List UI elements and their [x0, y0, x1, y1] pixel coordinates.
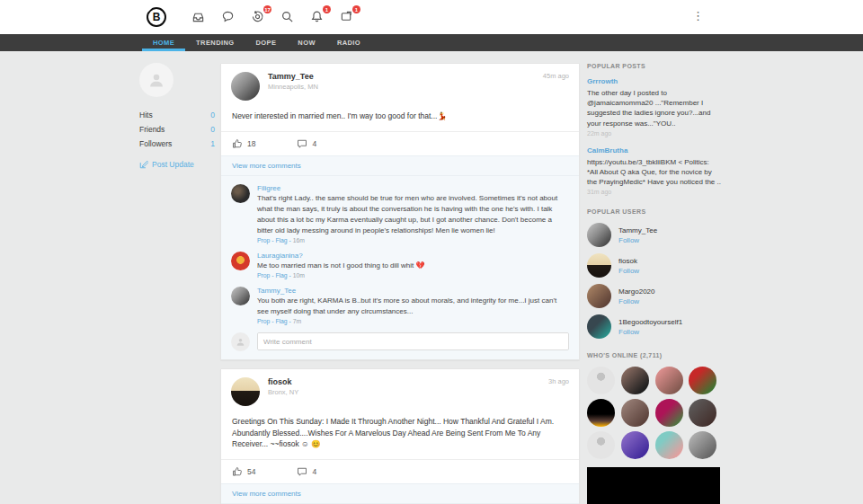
popular-post: CalmBrutha https://youtu.be/3_tbkliiBKM …: [587, 146, 722, 196]
popular-user-row: Tammy_Tee Follow: [587, 223, 722, 247]
thumbs-up-icon: [232, 466, 243, 477]
comment-button[interactable]: 4: [297, 138, 316, 149]
my-avatar[interactable]: [139, 63, 173, 97]
comment-avatar[interactable]: [231, 184, 250, 203]
comment-avatar[interactable]: [231, 287, 250, 305]
online-user-avatar[interactable]: [689, 399, 716, 427]
comment-avatar[interactable]: [231, 252, 250, 270]
props-icon[interactable]: 17: [251, 10, 265, 24]
tab-dope[interactable]: DOPE: [245, 34, 287, 51]
comment: Filigree That's right Lady.. the same sh…: [231, 184, 569, 243]
stat-hits[interactable]: Hits 0: [139, 108, 215, 122]
online-user-avatar[interactable]: [655, 399, 683, 427]
post-author-block: fiosok Bronx, NY: [268, 377, 548, 396]
popular-user-avatar[interactable]: [587, 314, 611, 339]
comment-action-links[interactable]: Prop - Flag -: [257, 272, 291, 279]
popular-user-avatar[interactable]: [587, 253, 611, 278]
ad-banner[interactable]: [587, 467, 720, 504]
comment-author[interactable]: Filigree: [257, 184, 569, 192]
stat-friends[interactable]: Friends 0: [139, 122, 215, 137]
online-user-avatar[interactable]: [621, 431, 649, 459]
popular-user-avatar[interactable]: [587, 284, 611, 308]
popular-posts-title: POPULAR POSTS: [587, 63, 722, 69]
search-icon[interactable]: [280, 10, 295, 24]
popular-post-author[interactable]: CalmBrutha: [587, 146, 722, 155]
stat-value: 0: [210, 111, 215, 119]
online-user-avatar[interactable]: [655, 431, 683, 459]
popular-post-author[interactable]: Grrrowth: [587, 77, 722, 85]
stat-followers[interactable]: Followers 1: [139, 137, 215, 151]
like-button[interactable]: 54: [232, 466, 255, 477]
whos-online-title: WHO'S ONLINE (2,711): [587, 352, 722, 358]
my-comment-avatar: [231, 332, 250, 351]
follow-link[interactable]: Follow: [618, 267, 639, 275]
like-button[interactable]: 18: [232, 138, 255, 149]
popular-user-name[interactable]: fiosok: [618, 257, 639, 265]
view-more-comments-link[interactable]: View more comments: [221, 483, 579, 503]
top-bar: B 17: [0, 0, 863, 34]
overflow-menu-icon[interactable]: ⋮: [692, 10, 704, 22]
comment-author[interactable]: Lauragianina?: [257, 252, 569, 260]
props-badge: 17: [263, 5, 271, 13]
post-author-location: Bronx, NY: [268, 388, 548, 396]
tab-radio[interactable]: RADIO: [326, 34, 371, 51]
site-logo[interactable]: B: [147, 7, 166, 27]
post-author-location: Minneapolis, MN: [268, 83, 543, 91]
comment-button[interactable]: 4: [297, 466, 316, 477]
online-user-avatar[interactable]: [587, 367, 615, 394]
online-user-avatar[interactable]: [621, 399, 649, 427]
popular-user-row: Margo2020 Follow: [587, 284, 722, 308]
online-user-avatar[interactable]: [655, 367, 683, 394]
online-user-avatar[interactable]: [621, 367, 649, 394]
online-user-avatar[interactable]: [689, 431, 716, 459]
write-comment-input[interactable]: [257, 332, 569, 350]
tab-now[interactable]: NOW: [287, 34, 326, 51]
post-author-name[interactable]: fiosok: [268, 377, 548, 386]
inbox-icon[interactable]: [191, 10, 206, 24]
popular-post-text[interactable]: https://youtu.be/3_tbkliiBKM < Politics:…: [587, 157, 722, 188]
comment-action-links[interactable]: Prop - Flag -: [257, 318, 291, 324]
comments-section: Filigree That's right Lady.. the same sh…: [221, 175, 579, 359]
stat-value: 0: [210, 125, 215, 134]
online-user-avatar[interactable]: [587, 431, 615, 459]
like-count: 18: [247, 139, 255, 148]
view-more-comments-link[interactable]: View more comments: [221, 155, 579, 175]
post-author-avatar[interactable]: [231, 377, 260, 406]
post-author-name[interactable]: Tammy_Tee: [268, 72, 543, 81]
tab-home[interactable]: HOME: [142, 34, 185, 51]
popular-user-name[interactable]: Tammy_Tee: [618, 226, 657, 234]
tab-trending[interactable]: TRENDING: [185, 34, 245, 51]
notifications-icon[interactable]: 1: [310, 10, 325, 24]
chat-icon[interactable]: [221, 10, 236, 24]
popular-user-row: fiosok Follow: [587, 253, 722, 278]
comment-action-links[interactable]: Prop - Flag -: [257, 237, 291, 243]
pencil-icon: [139, 160, 148, 169]
popular-user-name[interactable]: 1Begoodtoyourself1: [618, 318, 682, 326]
follow-link[interactable]: Follow: [618, 236, 657, 244]
comment-icon: [297, 466, 307, 477]
write-comment-row: [231, 332, 569, 351]
post-author-avatar[interactable]: [231, 72, 260, 101]
post-actions: 18 4: [221, 131, 579, 155]
whos-online-grid: [587, 367, 718, 459]
stat-label: Hits: [139, 111, 153, 119]
main-content: Hits 0 Friends 0 Followers 1 Post Update: [0, 51, 863, 504]
popular-users-title: POPULAR USERS: [587, 208, 722, 215]
popular-post-text[interactable]: The other day I posted to @jamaicamomma2…: [587, 88, 722, 128]
follow-link[interactable]: Follow: [618, 328, 682, 336]
online-user-avatar[interactable]: [689, 367, 716, 394]
feed: Tammy_Tee Minneapolis, MN 45m ago Never …: [220, 63, 580, 504]
popular-user-avatar[interactable]: [587, 223, 611, 247]
comment-author[interactable]: Tammy_Tee: [257, 287, 569, 295]
comment-meta: Prop - Flag - 10m: [257, 272, 569, 279]
popular-user-row: 1Begoodtoyourself1 Follow: [587, 314, 722, 339]
follow-link[interactable]: Follow: [618, 297, 654, 305]
stat-label: Followers: [139, 139, 172, 148]
post-card: Tammy_Tee Minneapolis, MN 45m ago Never …: [220, 63, 580, 360]
comment-count: 4: [312, 139, 316, 148]
media-icon[interactable]: 1: [340, 10, 354, 24]
online-user-avatar[interactable]: [587, 399, 615, 427]
comment-text: You both are right, KARMA is B..but it's…: [257, 296, 569, 317]
popular-user-name[interactable]: Margo2020: [618, 287, 654, 296]
post-update-button[interactable]: Post Update: [139, 160, 215, 169]
